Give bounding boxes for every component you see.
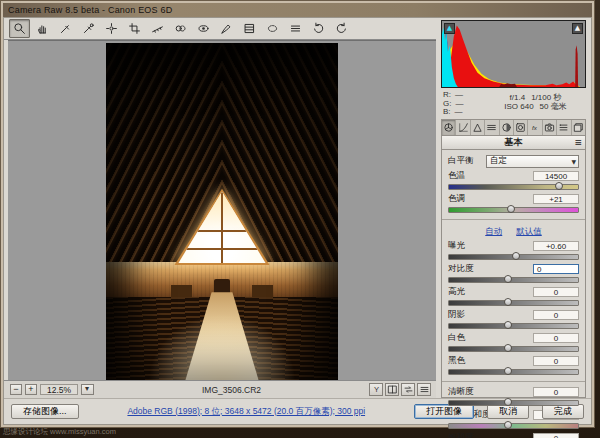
white-balance-select[interactable]: 自定 [486, 155, 579, 168]
temperature-slider[interactable] [448, 184, 579, 190]
vibrance-slider-thumb[interactable] [504, 421, 512, 429]
highlights-slider-thumb[interactable] [504, 298, 512, 306]
highlight-clipping-indicator[interactable]: ▲ [572, 23, 583, 34]
toolbar [4, 18, 436, 40]
detail-tab [472, 122, 483, 133]
auto-link[interactable]: 自动 [485, 226, 502, 238]
exposure-value-field[interactable]: +0.60 [533, 241, 579, 251]
whites-slider-thumb[interactable] [504, 344, 512, 352]
tint-slider-thumb[interactable] [507, 205, 515, 213]
tint-value-field[interactable]: +21 [533, 194, 579, 204]
preview-before-after-icon: Y [371, 384, 382, 395]
blacks-slider[interactable] [448, 369, 579, 375]
preferences-icon-button[interactable] [285, 19, 306, 38]
cancel-button[interactable]: 取消 [487, 404, 529, 419]
presets-tab[interactable] [557, 120, 571, 135]
effects-tab[interactable]: fx [528, 120, 542, 135]
default-link[interactable]: 默认值 [516, 226, 542, 238]
rotate-right-icon-button[interactable] [331, 19, 352, 38]
snapshots-tab[interactable] [572, 120, 585, 135]
clarity-slider-thumb[interactable] [504, 398, 512, 406]
highlights-slider[interactable] [448, 300, 579, 306]
zoom-in-button[interactable]: + [25, 384, 37, 395]
zoom-out-button[interactable]: − [10, 384, 22, 395]
white-balance-tool [59, 22, 72, 35]
whites-label: 白色 [448, 332, 465, 344]
save-image-button[interactable]: 存储图像... [11, 404, 79, 419]
image-preview-area[interactable] [8, 40, 436, 380]
color-sampler-tool-button[interactable] [78, 19, 99, 38]
highlights-value-field[interactable]: 0 [533, 287, 579, 297]
graduated-filter-tool-button[interactable] [239, 19, 260, 38]
preview-menu-icon-button[interactable] [417, 383, 431, 396]
shadow-clipping-indicator[interactable]: ▲ [444, 23, 455, 34]
zoom-tool-button[interactable] [9, 19, 30, 38]
radial-filter-tool [266, 22, 279, 35]
shadows-value-field[interactable]: 0 [533, 310, 579, 320]
radial-filter-tool-button[interactable] [262, 19, 283, 38]
tint-slider[interactable] [448, 207, 579, 213]
targeted-adjustment-tool [105, 22, 118, 35]
preview-before-after-icon-button[interactable]: Y [369, 383, 383, 396]
lens-corrections-tab[interactable] [514, 120, 528, 135]
exposure-slider-thumb[interactable] [512, 252, 520, 260]
saturation-value-field[interactable]: 0 [533, 433, 579, 438]
straighten-tool-button[interactable] [147, 19, 168, 38]
adjustment-brush-tool-button[interactable] [216, 19, 237, 38]
open-image-button[interactable]: 打开图像 [414, 404, 474, 419]
split-toning-tab[interactable] [500, 120, 514, 135]
clarity-slider[interactable] [448, 400, 579, 406]
hand-tool [36, 22, 49, 35]
divider [442, 381, 585, 382]
blacks-slider-thumb[interactable] [504, 367, 512, 375]
dialog-main: − + 12.5% IMG_3506.CR2 Y [4, 18, 591, 398]
tone-curve-tab[interactable] [456, 120, 470, 135]
whites-slider[interactable] [448, 346, 579, 352]
spot-removal-tool-button[interactable] [170, 19, 191, 38]
tint-label: 色调 [448, 193, 465, 205]
workflow-options-link[interactable]: Adobe RGB (1998); 8 位; 3648 x 5472 (20.0… [87, 406, 406, 418]
histogram[interactable]: ▲ ▲ [441, 20, 586, 88]
hsl-grayscale-tab[interactable] [485, 120, 499, 135]
window-titlebar[interactable]: Camera Raw 8.5 beta - Canon EOS 6D [3, 3, 592, 17]
exposure-slider[interactable] [448, 254, 579, 260]
left-column: − + 12.5% IMG_3506.CR2 Y [4, 18, 436, 398]
zoom-level-dropdown[interactable] [81, 384, 94, 395]
basic-panel-header: 基本 [441, 136, 586, 150]
basic-tab[interactable] [442, 120, 456, 135]
rgb-readout: R:— G:— B:— [443, 91, 487, 117]
vibrance-slider[interactable] [448, 423, 579, 429]
temperature-value-field[interactable]: 14500 [533, 171, 579, 181]
red-eye-removal-tool-button[interactable] [193, 19, 214, 38]
preview-split-icon [387, 384, 398, 395]
camera-calibration-tab[interactable] [543, 120, 557, 135]
temperature-slider-thumb[interactable] [555, 182, 563, 190]
hand-tool-button[interactable] [32, 19, 53, 38]
basic-panel-title: 基本 [505, 136, 523, 149]
detail-tab[interactable] [471, 120, 485, 135]
white-balance-tool-button[interactable] [55, 19, 76, 38]
targeted-adjustment-tool-button[interactable] [101, 19, 122, 38]
b-label: B: [443, 108, 451, 117]
slider-group-2: 曝光+0.60对比度0高光0阴影0白色0黑色0 [448, 241, 579, 379]
lens-corrections-tab [515, 122, 526, 133]
blacks-value-field[interactable]: 0 [533, 356, 579, 366]
exif-readout: R:— G:— B:— f/1.41/100 秒 ISO 64050 毫米 [441, 88, 586, 119]
contrast-slider-thumb[interactable] [504, 275, 512, 283]
crop-tool-button[interactable] [124, 19, 145, 38]
preview-split-icon-button[interactable] [385, 383, 399, 396]
slider-row-clarity: 清晰度0 [448, 387, 579, 406]
exposure-label: 曝光 [448, 240, 465, 252]
panel-menu-icon[interactable] [574, 136, 582, 149]
shadows-slider[interactable] [448, 323, 579, 329]
shadows-slider-thumb[interactable] [504, 321, 512, 329]
contrast-slider[interactable] [448, 277, 579, 283]
photo-church-interior[interactable] [106, 43, 338, 380]
contrast-value-field[interactable]: 0 [533, 264, 579, 274]
clarity-value-field[interactable]: 0 [533, 387, 579, 397]
contrast-label: 对比度 [448, 263, 474, 275]
whites-value-field[interactable]: 0 [533, 333, 579, 343]
rotate-left-icon-button[interactable] [308, 19, 329, 38]
preview-swap-icon-button[interactable] [401, 383, 415, 396]
done-button[interactable]: 完成 [542, 404, 584, 419]
